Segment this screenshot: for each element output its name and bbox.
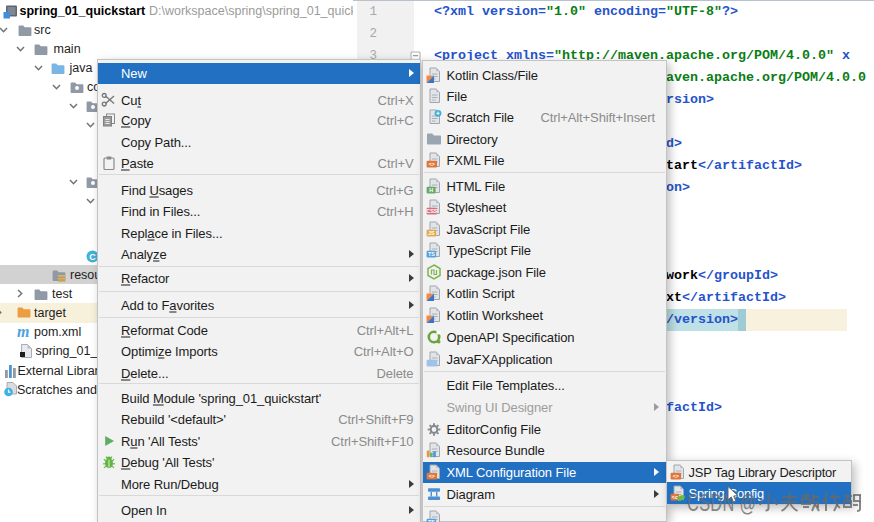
svg-text:CSS: CSS	[426, 209, 437, 215]
svg-text:<c: <c	[671, 495, 677, 501]
svg-text:TS: TS	[428, 251, 435, 257]
svg-text:<>: <>	[672, 473, 678, 479]
svg-text:<>: <>	[429, 474, 435, 480]
svg-text:H: H	[429, 187, 433, 193]
svg-text:<>: <>	[429, 162, 435, 168]
svg-text:JS: JS	[428, 230, 435, 236]
svg-text:C: C	[89, 251, 96, 261]
